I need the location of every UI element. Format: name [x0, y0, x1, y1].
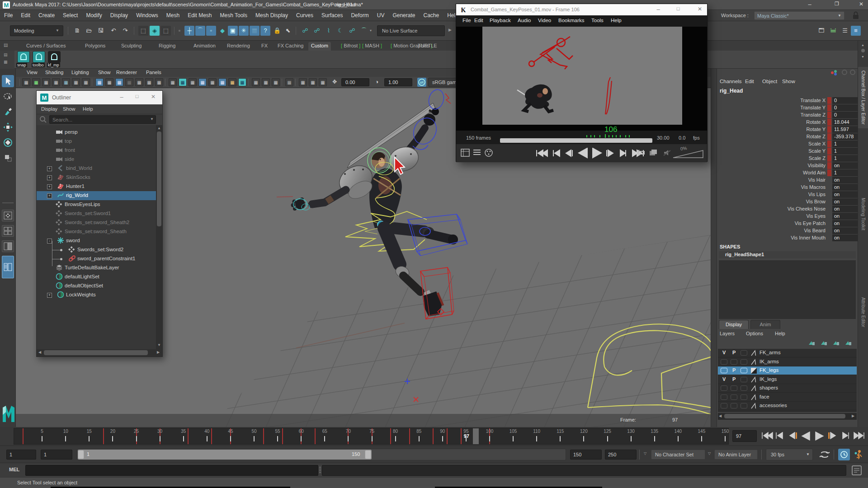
layer-visible-cell[interactable]: [721, 403, 727, 408]
paint-select-tool-button[interactable]: [2, 106, 14, 118]
player-fwd-frame-button[interactable]: [619, 149, 628, 157]
outliner-item-side[interactable]: side: [37, 155, 156, 164]
expander-plus[interactable]: +: [47, 166, 52, 171]
layer-tab-display[interactable]: Display: [719, 320, 749, 329]
menu-select[interactable]: Select: [59, 10, 82, 21]
layer-visible-cell[interactable]: [721, 368, 727, 373]
channel-value-field[interactable]: on: [832, 206, 858, 212]
player-back-step-button[interactable]: [565, 149, 574, 157]
player-play-forward-button[interactable]: [592, 148, 603, 159]
current-frame-field[interactable]: 97: [732, 430, 757, 442]
play-backwards-button[interactable]: [801, 432, 812, 441]
player-maximize-button[interactable]: □: [673, 6, 683, 14]
layer-mode-cell[interactable]: [741, 359, 747, 365]
channel-value-field[interactable]: on: [832, 235, 858, 241]
snap-history-icon[interactable]: 𝄙: [250, 26, 259, 36]
curve-snap-2-icon[interactable]: ⌇: [324, 26, 334, 36]
layer-playback-cell[interactable]: P: [732, 367, 736, 373]
snap-projected-center-icon[interactable]: ◆: [217, 26, 227, 36]
oneclick-icon[interactable]: ▦: [82, 78, 90, 86]
safe-title-icon[interactable]: ▦: [155, 78, 163, 86]
strip-collapse-dot-icon[interactable]: [861, 49, 865, 52]
save-scene-icon[interactable]: 🖫: [96, 26, 106, 36]
player-menu-video[interactable]: Video: [538, 18, 551, 23]
gamma-icon[interactable]: sR: [417, 78, 426, 87]
outliner-tree[interactable]: persptopfrontside+bind_World+SkinSocks+H…: [37, 125, 162, 349]
player-menu-tools[interactable]: Tools: [591, 18, 604, 23]
command-line-label[interactable]: MEL: [9, 467, 19, 472]
xray-icon[interactable]: ▦: [252, 78, 260, 86]
channelbox-menu-show[interactable]: Show: [782, 79, 795, 84]
shelf-tab-mash[interactable]: [ MASH ]: [359, 42, 385, 51]
layer-visible-cell[interactable]: [721, 394, 727, 400]
lock-selection-icon[interactable]: 🔒: [272, 26, 282, 36]
make-live-icon[interactable]: ✳: [239, 26, 249, 36]
shelf-tab-turtle[interactable]: TURTLE: [415, 42, 440, 51]
character-runner-button[interactable]: [853, 449, 865, 460]
panel-menu-panels[interactable]: Panels: [146, 70, 161, 75]
strip-collapse-up-icon[interactable]: ▲: [861, 43, 864, 47]
layout-outliner-persp-button[interactable]: [2, 256, 14, 278]
menu-curves[interactable]: Curves: [292, 10, 317, 21]
layer-mode-cell[interactable]: [741, 403, 747, 408]
resolution-gate-icon[interactable]: ▦: [115, 78, 123, 86]
layer-mode-cell[interactable]: [741, 368, 747, 373]
step-back-frame-button[interactable]: [774, 432, 786, 441]
channel-value-field[interactable]: 0: [832, 97, 858, 104]
expander-plus[interactable]: +: [47, 193, 52, 198]
outliner-menu-help[interactable]: Help: [83, 106, 93, 112]
exposure-icon[interactable]: ✥: [332, 79, 340, 86]
minimize-button[interactable]: –: [803, 1, 816, 9]
channel-value-field[interactable]: 1: [832, 141, 858, 147]
menu-create[interactable]: Create: [34, 10, 59, 21]
range-handle-right[interactable]: [365, 450, 371, 459]
outliner-item-hunter1[interactable]: +Hunter1: [37, 182, 156, 191]
new-scene-icon[interactable]: 🗎: [72, 26, 82, 36]
current-frame-marker[interactable]: [473, 428, 479, 444]
player-menu-file[interactable]: File: [462, 18, 471, 23]
play-forwards-button[interactable]: [814, 432, 826, 441]
channel-value-field[interactable]: on: [832, 162, 858, 169]
shelf-tab-curves-surfaces[interactable]: Curves / Surfaces: [24, 42, 68, 51]
layer-row-shapers[interactable]: shapers: [718, 384, 857, 393]
side-tab-attribute-editor[interactable]: Attribute Editor: [858, 294, 868, 331]
snap-grid-icon[interactable]: ┼: [184, 26, 194, 36]
command-line-splitter[interactable]: [319, 467, 321, 474]
contrast-icon[interactable]: ◑: [375, 79, 382, 86]
shelf-item-kf_mp[interactable]: [48, 51, 61, 63]
play-start-field[interactable]: 1: [41, 450, 72, 460]
player-minimize-button[interactable]: –: [653, 6, 663, 14]
expander-plus[interactable]: +: [47, 175, 52, 180]
outliner-maximize-button[interactable]: □: [132, 94, 142, 102]
anim-layer-field[interactable]: No Anim Layer: [714, 450, 758, 460]
hscroll-thumb[interactable]: [44, 350, 148, 355]
snap-view-plane-icon[interactable]: ▣: [228, 26, 238, 36]
outliner-item-rig-world[interactable]: +rig_World: [37, 191, 156, 200]
snap-point-icon[interactable]: ◦: [206, 26, 216, 36]
shelf-tab-animation[interactable]: Animation: [191, 42, 218, 51]
layer-row-fk_arms[interactable]: VPFK_arms: [718, 349, 857, 357]
rotate-tool-button[interactable]: [2, 136, 14, 149]
layer-playback-cell[interactable]: [731, 403, 737, 408]
live-surface-field[interactable]: No Live Surface: [377, 25, 445, 36]
shelf-item-snap[interactable]: [17, 51, 30, 63]
outliner-item-top[interactable]: top: [37, 137, 156, 146]
layer-menu-layers[interactable]: Layers: [720, 331, 735, 336]
channel-box-toggle-icon[interactable]: ☰: [840, 26, 850, 36]
wireframe-icon[interactable]: ▦: [169, 78, 177, 86]
outliner-hscrollbar[interactable]: ◀▶: [37, 349, 162, 357]
channel-value-field[interactable]: on: [832, 213, 858, 220]
select-object-icon[interactable]: ◈: [150, 26, 160, 36]
outliner-item-persp[interactable]: persp: [37, 128, 156, 137]
player-fwd-step-button[interactable]: [606, 149, 615, 157]
snap-help-icon[interactable]: ?: [260, 26, 270, 36]
isolate-select-icon[interactable]: ▦: [285, 78, 293, 86]
channel-speed-toggle-icon[interactable]: [842, 70, 847, 75]
outliner-item-swords-set-sword-sheath2[interactable]: Swords_set:sword_Sheath2: [37, 218, 156, 227]
layout-four-pane-button[interactable]: [2, 225, 14, 237]
shelf-tab-fx-caching[interactable]: FX Caching: [275, 42, 306, 51]
outliner-item-swords-set-sword2[interactable]: Swords_set:Sword2: [37, 245, 156, 254]
outliner-item-defaultlightset[interactable]: defaultLightSet: [37, 272, 156, 282]
player-close-button[interactable]: ✕: [695, 6, 705, 14]
vscroll-thumb[interactable]: [157, 131, 161, 226]
